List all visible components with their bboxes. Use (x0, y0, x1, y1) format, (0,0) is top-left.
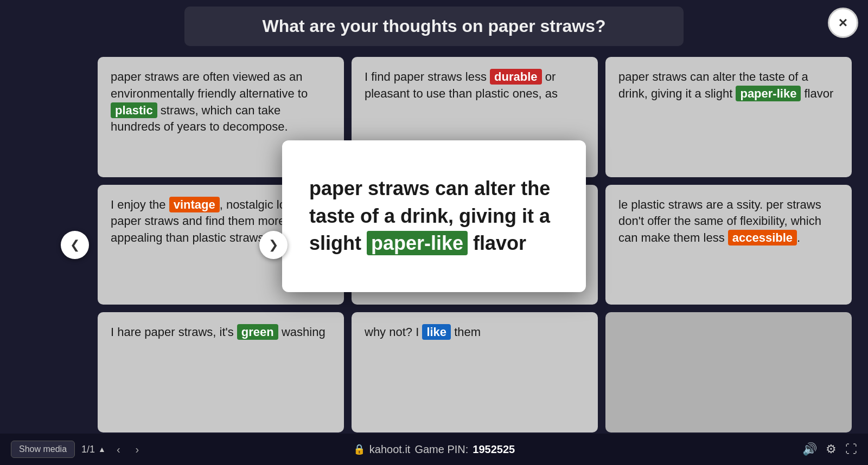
close-button[interactable]: × (828, 8, 858, 38)
card3-text: paper straws can alter the taste of a dr… (618, 70, 833, 101)
volume-button[interactable]: 🔊 (802, 442, 817, 456)
highlight-green: green (237, 324, 278, 340)
right-arrow-icon: ❯ (269, 238, 278, 252)
kahoot-url: kahoot.it (369, 443, 411, 456)
page-number: 1/1 (81, 444, 95, 455)
settings-button[interactable]: ⚙ (826, 442, 837, 456)
response-card-7: I hare paper straws, it's green washing (98, 312, 344, 432)
nav-next-button[interactable]: ❯ (259, 231, 288, 259)
response-card-3: paper straws can alter the taste of a dr… (605, 57, 852, 177)
card6-text: le plastic straws are a ssity. per straw… (618, 198, 821, 246)
highlight-durable: durable (490, 69, 541, 85)
modal-box: paper straws can alter the taste of a dr… (282, 140, 586, 292)
page-next-button[interactable]: › (131, 441, 144, 458)
fullscreen-button[interactable]: ⛶ (845, 442, 857, 456)
nav-prev-button[interactable]: ❮ (61, 231, 89, 259)
modal-text: paper straws can alter the taste of a dr… (309, 175, 559, 257)
lock-icon: 🔒 (353, 443, 365, 455)
bottom-center-info: 🔒 kahoot.it Game PIN: 1952525 (353, 443, 515, 456)
question-text: What are your thoughts on paper straws? (201, 16, 667, 36)
highlight-paperlike-card3: paper-like (736, 86, 801, 101)
question-header: What are your thoughts on paper straws? (184, 7, 684, 46)
card7-text: I hare paper straws, it's green washing (111, 324, 326, 340)
card1-text: paper straws are often viewed as an envi… (111, 70, 308, 133)
card8-text: why not? I like them (365, 324, 481, 340)
game-pin-number: 1952525 (473, 443, 515, 456)
page-prev-button[interactable]: ‹ (112, 441, 125, 458)
highlight-paperlike-modal: paper-like (367, 231, 468, 255)
highlight-like: like (422, 324, 451, 340)
response-card-9 (605, 312, 852, 432)
page-indicator: 1/1 ▲ (81, 444, 106, 455)
highlight-plastic: plastic (111, 102, 157, 118)
up-arrow-icon: ▲ (98, 445, 106, 454)
game-pin-label: Game PIN: (414, 443, 468, 456)
bottom-bar: Show media 1/1 ▲ ‹ › 🔒 kahoot.it Game PI… (0, 434, 868, 465)
show-media-button[interactable]: Show media (11, 441, 75, 458)
highlight-accessible: accessible (728, 230, 797, 246)
left-arrow-icon: ❮ (70, 238, 80, 252)
bottom-left-controls: Show media 1/1 ▲ ‹ › (11, 441, 143, 458)
response-card-8: why not? I like them (352, 312, 598, 432)
bottom-right-controls: 🔊 ⚙ ⛶ (802, 442, 857, 456)
card2-text: I find paper straws less durable or plea… (365, 69, 558, 100)
highlight-vintage: vintage (169, 197, 220, 212)
response-card-6: le plastic straws are a ssity. per straw… (605, 185, 852, 305)
